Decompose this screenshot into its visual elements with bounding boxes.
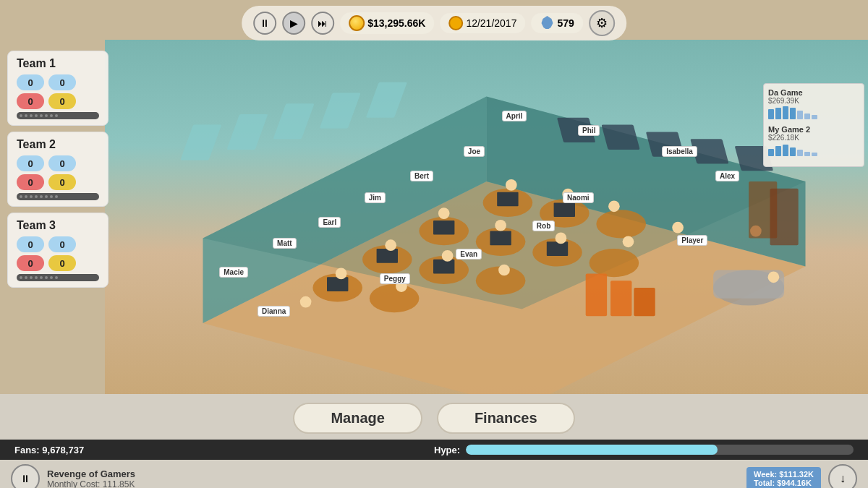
game-2-barchart [768,143,859,156]
teams-panel: Team 1 0 0 0 0 Team 2 0 0 0 0 [7,51,109,294]
team-2-blue-1: 0 [17,155,44,171]
money-display: $13,295.66K [340,12,434,34]
svg-point-54 [300,296,312,308]
weekly-info: Week: $111.32K Total: $944.16K [746,467,821,488]
team-3-yellow: 0 [48,255,76,271]
svg-rect-26 [497,192,518,207]
team-3-progress [17,274,99,281]
bar [797,150,803,156]
coin-icon [349,15,365,31]
bottom-text-info: Revenge of Gamers Monthly Cost: 111.85K [47,468,739,489]
game-1-barchart [768,106,859,119]
bar [775,108,781,119]
fans-display: 579 [531,13,582,33]
team-2-card: Team 2 0 0 0 0 [7,132,109,207]
employee-naomi: Naomi [563,192,594,203]
svg-rect-56 [770,189,799,245]
manage-button[interactable]: Manage [293,403,422,434]
pause-button-bottom[interactable]: ⏸ [11,464,40,488]
settings-button[interactable]: ⚙ [589,10,615,36]
game-area: April Phil Joe Isabella Bert Alex Jim Na… [105,40,868,394]
team-3-progress-dots [17,274,99,281]
hype-fill [466,445,718,455]
svg-point-44 [556,233,567,244]
svg-point-48 [385,239,396,251]
game-1-entry: Da Game $269.39K [768,88,859,119]
team-1-progress [17,112,99,119]
svg-point-41 [608,200,620,212]
employee-isabella: Isabella [662,146,697,157]
clock-icon [448,16,463,30]
finances-button[interactable]: Finances [437,403,575,434]
team-3-color-row: 0 0 [17,255,99,271]
svg-rect-27 [554,202,575,217]
svg-rect-36 [634,288,655,316]
game-2-title: My Game 2 [768,125,859,134]
svg-point-53 [768,271,780,283]
team-2-blue-2: 0 [48,155,76,171]
bar [804,152,810,156]
team-3-red: 0 [17,255,44,271]
team-1-color-row: 0 0 [17,93,99,109]
employee-alex: Alex [715,171,739,181]
game-1-title: Da Game [768,88,859,97]
fans-value: 579 [557,17,574,29]
game-2-money: $226.18K [768,134,859,142]
employee-dianna: Dianna [258,306,290,317]
bar [775,146,781,156]
svg-point-42 [438,207,450,219]
svg-point-20 [590,249,639,277]
game-info-panel: Da Game $269.39K My Game 2 $226.18K [763,83,864,167]
employee-rob: Rob [532,221,555,231]
fast-forward-button[interactable]: ⏭ [311,12,334,35]
project-name: Revenge of Gamers [47,468,739,479]
date-display: 12/21/2017 [440,13,525,33]
week-value: Week: $111.32K [754,470,814,479]
hype-section: Hype: [434,445,854,455]
pause-button[interactable]: ⏸ [253,12,276,35]
svg-point-49 [442,250,454,262]
bar [768,109,774,119]
svg-rect-32 [433,260,454,274]
svg-point-43 [495,220,506,231]
svg-rect-10 [601,125,639,150]
svg-rect-4 [180,125,221,160]
svg-point-25 [370,284,420,312]
team-1-title: Team 1 [17,57,99,70]
employee-bert: Bert [410,171,433,181]
employee-phil: Phil [578,125,600,136]
team-1-blue-2: 0 [48,74,76,90]
total-value: Total: $944.16K [754,479,814,487]
team-2-progress-dots [17,193,99,200]
bottom-info-row: ⏸ Revenge of Gamers Monthly Cost: 111.85… [0,460,868,488]
employee-jim: Jim [365,192,386,203]
top-bar: ⏸ ▶ ⏭ $13,295.66K 12/21/2017 579 ⚙ [242,6,626,40]
team-2-yellow: 0 [48,174,76,190]
svg-point-16 [596,210,646,238]
employee-april: April [502,111,527,121]
svg-point-45 [672,222,684,234]
scroll-down-button[interactable]: ↓ [828,464,857,488]
bar [812,153,817,156]
svg-rect-28 [433,221,454,235]
svg-point-39 [506,179,517,191]
office-scene [105,40,868,394]
fans-section: Fans: 9,678,737 [14,445,434,455]
play-button[interactable]: ▶ [282,12,305,35]
svg-point-50 [498,265,510,276]
svg-point-51 [336,268,347,280]
bar [797,111,803,119]
bar [790,147,796,156]
employee-macie: Macie [219,267,248,278]
employee-evan: Evan [456,249,482,260]
team-2-title: Team 2 [17,138,99,151]
team-1-progress-dots [17,112,99,119]
team-1-blue-1: 0 [17,74,44,90]
bar [812,115,817,119]
monthly-cost: Monthly Cost: 111.85K [47,479,739,489]
svg-point-47 [623,236,634,247]
team-2-blue-row: 0 0 [17,155,99,171]
svg-rect-34 [586,273,607,316]
team-2-progress [17,193,99,200]
employee-earl: Earl [318,217,341,228]
